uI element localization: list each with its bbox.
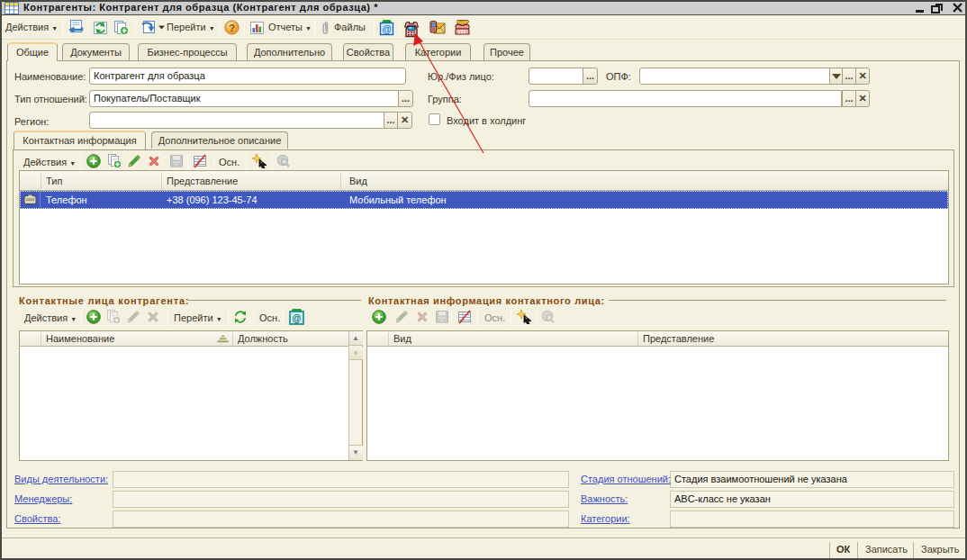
svg-text:?: ? — [229, 23, 235, 33]
svg-text:@: @ — [382, 23, 391, 34]
